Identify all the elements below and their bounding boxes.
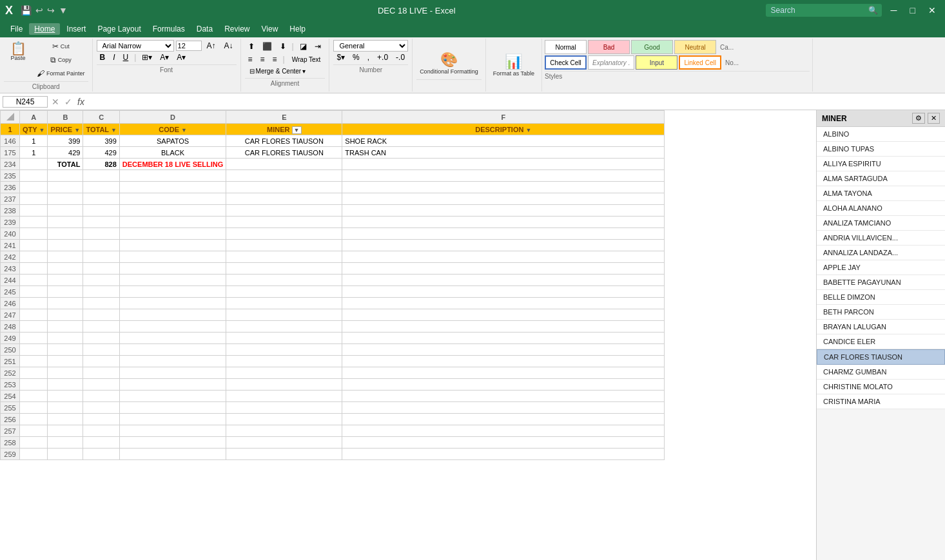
filter-icon-price[interactable]: ▼ [74, 127, 80, 133]
empty-cell-240-1[interactable] [48, 228, 83, 240]
align-center-button[interactable]: ≡ [257, 53, 268, 66]
empty-cell-253-4[interactable] [226, 379, 342, 391]
empty-cell-253-3[interactable] [119, 379, 226, 391]
empty-cell-238-5[interactable] [342, 205, 665, 217]
cell-c146[interactable]: 399 [83, 135, 119, 147]
maximize-button[interactable]: □ [906, 5, 919, 15]
empty-cell-244-3[interactable] [119, 275, 226, 286]
empty-cell-248-2[interactable] [83, 321, 119, 333]
empty-cell-251-3[interactable] [119, 356, 226, 367]
empty-cell-253-5[interactable] [342, 379, 665, 391]
empty-cell-238-3[interactable] [119, 205, 226, 217]
empty-cell-245-4[interactable] [226, 286, 342, 298]
side-panel-item[interactable]: ALMA SARTAGUDA [817, 171, 945, 186]
side-panel-item[interactable]: BELLE DIMZON [817, 290, 945, 305]
menu-help[interactable]: Help [284, 23, 311, 35]
empty-cell-258-5[interactable] [342, 437, 665, 449]
font-shrink-button[interactable]: A↓ [221, 40, 237, 52]
empty-cell-253-0[interactable] [20, 379, 48, 391]
side-panel-item[interactable]: BABETTE PAGAYUNAN [817, 275, 945, 290]
empty-cell-254-0[interactable] [20, 391, 48, 402]
empty-cell-243-1[interactable] [48, 263, 83, 275]
empty-cell-257-3[interactable] [119, 425, 226, 437]
empty-cell-251-1[interactable] [48, 356, 83, 367]
decrease-decimal-button[interactable]: -.0 [393, 52, 408, 63]
empty-cell-244-4[interactable] [226, 275, 342, 286]
empty-cell-242-0[interactable] [20, 251, 48, 263]
side-panel-item[interactable]: ALLIYA ESPIRITU [817, 157, 945, 171]
empty-cell-239-0[interactable] [20, 217, 48, 228]
side-panel-item[interactable]: CAR FLORES TIAUSON [817, 349, 945, 365]
underline-button[interactable]: U [120, 52, 132, 63]
empty-cell-255-4[interactable] [226, 402, 342, 414]
side-panel-item[interactable]: ANDRIA VILLAVICEN... [817, 231, 945, 246]
empty-cell-237-2[interactable] [83, 193, 119, 205]
comma-button[interactable]: , [364, 52, 373, 63]
empty-cell-252-4[interactable] [226, 367, 342, 379]
empty-cell-256-0[interactable] [20, 414, 48, 425]
formula-input[interactable] [88, 97, 942, 107]
style-linked-button[interactable]: Linked Cell [679, 55, 721, 70]
empty-cell-259-4[interactable] [226, 449, 342, 460]
empty-cell-252-3[interactable] [119, 367, 226, 379]
empty-cell-254-3[interactable] [119, 391, 226, 402]
save-icon[interactable]: 💾 [21, 5, 32, 15]
menu-formulas[interactable]: Formulas [148, 23, 190, 35]
filter-icon-qty[interactable]: ▼ [39, 127, 44, 133]
empty-cell-259-5[interactable] [342, 449, 665, 460]
col-header-a[interactable]: A [20, 111, 48, 124]
side-panel-item[interactable]: BRAYAN LALUGAN [817, 320, 945, 334]
empty-cell-252-2[interactable] [83, 367, 119, 379]
cell-name-input[interactable] [3, 96, 48, 108]
empty-cell-250-3[interactable] [119, 344, 226, 356]
empty-cell-245-5[interactable] [342, 286, 665, 298]
cell-b175[interactable]: 429 [48, 147, 83, 159]
conditional-formatting-button[interactable]: 🎨 Conditional Formatting [416, 50, 482, 77]
empty-cell-258-4[interactable] [226, 437, 342, 449]
menu-file[interactable]: File [5, 23, 28, 35]
empty-cell-236-4[interactable] [226, 182, 342, 193]
currency-button[interactable]: $▾ [333, 52, 348, 63]
empty-cell-255-5[interactable] [342, 402, 665, 414]
align-right-button[interactable]: ≡ [269, 53, 280, 66]
empty-cell-254-5[interactable] [342, 391, 665, 402]
empty-cell-255-3[interactable] [119, 402, 226, 414]
empty-cell-259-3[interactable] [119, 449, 226, 460]
filter-icon-desc[interactable]: ▼ [525, 127, 531, 133]
empty-cell-251-5[interactable] [342, 356, 665, 367]
empty-cell-247-0[interactable] [20, 309, 48, 321]
header-description[interactable]: DESCRIPTION ▼ [342, 124, 665, 135]
cell-a175[interactable]: 1 [20, 147, 48, 159]
empty-cell-249-0[interactable] [20, 333, 48, 344]
cell-b234[interactable]: TOTAL [48, 159, 83, 170]
col-header-e[interactable]: E [226, 111, 342, 124]
cell-d234[interactable]: DECEMBER 18 LIVE SELLING [119, 159, 226, 170]
empty-cell-242-3[interactable] [119, 251, 226, 263]
menu-data[interactable]: Data [191, 23, 218, 35]
side-panel-item[interactable]: CRISTINA MARIA [817, 394, 945, 409]
filter-icon-total[interactable]: ▼ [111, 127, 117, 133]
menu-view[interactable]: View [257, 23, 284, 35]
side-panel-item[interactable]: BETH PARCON [817, 305, 945, 320]
empty-cell-248-4[interactable] [226, 321, 342, 333]
empty-cell-249-2[interactable] [83, 333, 119, 344]
empty-cell-252-0[interactable] [20, 367, 48, 379]
cell-c234[interactable]: 828 [83, 159, 119, 170]
empty-cell-236-5[interactable] [342, 182, 665, 193]
empty-cell-243-5[interactable] [342, 263, 665, 275]
wrap-text-button[interactable]: Wrap Text [287, 54, 326, 65]
cell-b146[interactable]: 399 [48, 135, 83, 147]
cell-a146[interactable]: 1 [20, 135, 48, 147]
empty-cell-244-0[interactable] [20, 275, 48, 286]
style-good-button[interactable]: Good [631, 40, 673, 54]
align-middle-button[interactable]: ⬛ [259, 40, 275, 53]
cut-button[interactable]: ✂ Cut [34, 40, 88, 53]
empty-cell-251-2[interactable] [83, 356, 119, 367]
empty-cell-257-4[interactable] [226, 425, 342, 437]
empty-cell-258-0[interactable] [20, 437, 48, 449]
empty-cell-255-1[interactable] [48, 402, 83, 414]
empty-cell-257-0[interactable] [20, 425, 48, 437]
empty-cell-245-3[interactable] [119, 286, 226, 298]
empty-cell-239-2[interactable] [83, 217, 119, 228]
empty-cell-249-5[interactable] [342, 333, 665, 344]
